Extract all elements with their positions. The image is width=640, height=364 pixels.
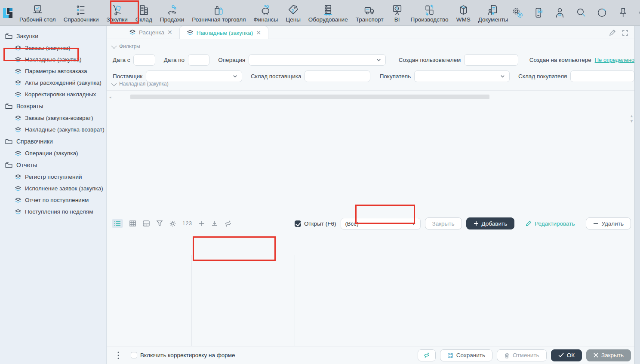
add-invoice-button[interactable]: Добавить — [466, 217, 515, 229]
nav-item-label: WMS — [456, 16, 471, 23]
sidebar-item[interactable]: Поступления по неделям — [0, 206, 106, 217]
scroll-left-icon[interactable]: ◂ — [109, 95, 111, 100]
sidebar-item[interactable]: Накладные (закупка) — [0, 54, 106, 65]
buyer-select[interactable] — [414, 70, 510, 82]
nav-item-warehouse[interactable]: Склад — [132, 0, 156, 25]
minus-icon — [593, 221, 598, 226]
grid-view-icon[interactable] — [129, 220, 136, 227]
horizontal-scroll-thumb[interactable] — [130, 95, 489, 99]
refresh-form-button[interactable] — [418, 349, 436, 361]
sidebar-item[interactable]: Параметры автозаказа — [0, 65, 106, 77]
date-from-input[interactable] — [133, 54, 155, 66]
close-tab-icon[interactable]: ✕ — [256, 29, 261, 36]
nav-item-sales[interactable]: Продажи — [156, 0, 188, 25]
grid-filter-select[interactable]: (Все) — [341, 218, 421, 229]
nav-item-catalogs[interactable]: Справочники — [60, 0, 103, 25]
nav-item-purchases[interactable]: Закупки — [103, 0, 132, 25]
created-on-link[interactable]: Не определено — [595, 57, 634, 63]
operation-select[interactable] — [249, 54, 386, 66]
document-stack-icon — [15, 92, 22, 98]
sidebar-item[interactable]: Исполнение заявок (закупка) — [0, 183, 106, 194]
add-row-icon[interactable] — [198, 220, 205, 227]
checkbox-unchecked-icon[interactable] — [131, 352, 137, 358]
document-stack-icon — [15, 150, 22, 156]
delete-invoice-button[interactable]: Удалить — [586, 217, 631, 229]
sidebar-item[interactable]: Операции (закупка) — [0, 147, 106, 159]
nav-item-prices[interactable]: Цены — [282, 0, 305, 25]
export-icon[interactable] — [211, 220, 218, 227]
nav-item-retail[interactable]: Розничная торговля — [188, 0, 249, 25]
search-icon[interactable] — [575, 7, 587, 18]
sidebar-item[interactable]: Акты расхождений (закупка) — [0, 77, 106, 89]
nav-item-transport[interactable]: Транспорт — [352, 0, 388, 25]
open-f6-checkbox[interactable]: Открыт (F6) — [295, 220, 336, 227]
close-form-button[interactable]: Закрыть — [586, 349, 631, 361]
chevron-down-icon — [232, 73, 238, 79]
folder-icon — [5, 103, 12, 109]
purchases-icon — [111, 3, 123, 16]
save-button[interactable]: Сохранить — [440, 349, 492, 361]
user-session-icon[interactable] — [554, 7, 566, 18]
filters-section-toggle[interactable]: Фильтры — [113, 43, 634, 49]
right-dock-strip[interactable] — [634, 26, 640, 364]
app-logo[interactable] — [0, 0, 15, 25]
edit-invoice-button[interactable]: Редактировать — [519, 217, 582, 229]
ok-button[interactable]: ОК — [551, 349, 582, 361]
sidebar-item[interactable]: Корректировки накладных — [0, 89, 106, 100]
close-icon — [594, 353, 598, 358]
scroll-up-icon[interactable]: ▲ — [630, 113, 634, 119]
document-stack-icon — [15, 186, 22, 192]
nav-item-wms[interactable]: WMS — [452, 0, 474, 25]
visibility-icon[interactable] — [638, 7, 640, 18]
footer-bar: Включить корректировку на форме Сохранит… — [107, 346, 634, 364]
filter-icon[interactable] — [156, 220, 163, 227]
nav-item-bi[interactable]: BI — [388, 0, 407, 25]
prices-icon — [287, 3, 299, 16]
grid-settings-icon[interactable] — [169, 220, 176, 227]
document-tab[interactable]: Расценка ✕ — [122, 26, 179, 39]
form-correction-checkbox[interactable]: Включить корректировку на форме — [131, 352, 235, 358]
sidebar-item[interactable]: Отчет по поступлениям — [0, 194, 106, 206]
tree-group[interactable]: Справочники — [0, 135, 106, 147]
checkbox-checked-icon[interactable] — [295, 220, 301, 227]
pencil-icon[interactable] — [609, 29, 616, 36]
sidebar-item[interactable]: Регистр поступлений — [0, 171, 106, 183]
equipment-icon — [322, 3, 334, 16]
refresh-icon[interactable] — [224, 220, 232, 227]
nav-item-desktop[interactable]: Рабочий стол — [15, 0, 60, 25]
tree-group[interactable]: Отчеты — [0, 159, 106, 171]
nav-item-finance[interactable]: Финансы — [250, 0, 282, 25]
invoices-grid-section: Накладная (закупка) ▲ ▼ ◂ — [107, 81, 634, 100]
clock-icon[interactable] — [596, 7, 608, 18]
sidebar-item[interactable]: Накладные (закупка-возврат) — [0, 124, 106, 135]
date-to-input[interactable] — [188, 54, 209, 66]
sidebar-item[interactable]: Заказы (закупка) — [0, 42, 106, 54]
pin-icon[interactable] — [617, 7, 629, 18]
close-invoice-button[interactable]: Закрыть — [425, 217, 462, 229]
tree-group[interactable]: Закупки — [0, 30, 106, 42]
horizontal-scrollbar[interactable]: ◂ — [107, 94, 634, 100]
expand-icon[interactable] — [622, 30, 628, 36]
nav-item-equipment[interactable]: Оборудование — [305, 0, 352, 25]
numbering-icon[interactable]: 123 — [182, 220, 192, 226]
created-by-input[interactable] — [464, 54, 518, 66]
cancel-button[interactable]: Отменить — [497, 349, 547, 361]
nav-item-documents[interactable]: Документы — [474, 0, 512, 25]
document-tab[interactable]: Накладные (закупка) ✕ — [179, 26, 268, 39]
supplier-select[interactable] — [146, 70, 242, 82]
refresh-icon — [423, 352, 430, 358]
grid-section-toggle[interactable]: Накладная (закупка) — [107, 81, 634, 87]
tree-group[interactable]: Возвраты — [0, 100, 106, 112]
list-view-icon[interactable] — [112, 219, 123, 228]
scroll-down-icon[interactable]: ▼ — [630, 119, 634, 124]
supplier-wh-input[interactable] — [305, 70, 370, 82]
card-view-icon[interactable] — [142, 220, 150, 227]
sales-icon — [166, 3, 178, 16]
close-tab-icon[interactable]: ✕ — [167, 29, 172, 36]
kebab-menu-icon[interactable] — [117, 351, 120, 360]
buyer-wh-input[interactable] — [570, 70, 634, 82]
nav-item-production[interactable]: Производство — [407, 0, 452, 25]
sidebar-item[interactable]: Заказы (закупка-возврат) — [0, 112, 106, 124]
support-chat-icon[interactable] — [533, 7, 545, 18]
settings-gears-icon[interactable] — [512, 7, 523, 18]
